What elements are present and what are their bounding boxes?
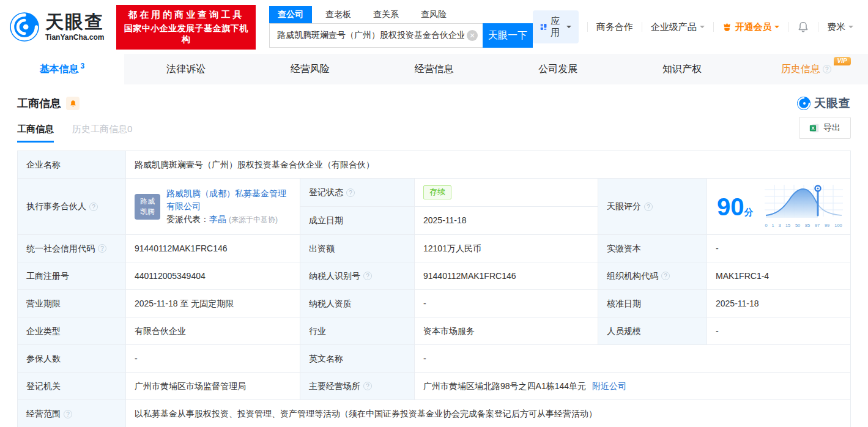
field-label-text: 主要经营场所 bbox=[309, 380, 360, 392]
vip-badge: VIP bbox=[834, 57, 851, 65]
field-value-main-premises: 广州市黄埔区埔北路98号之四A1栋144单元 附近公司 bbox=[415, 373, 850, 400]
apps-grid-icon bbox=[540, 22, 547, 32]
help-icon[interactable]: ? bbox=[363, 272, 372, 280]
help-icon[interactable]: ? bbox=[89, 202, 98, 211]
field-value-business-term: 2025-11-18 至 无固定期限 bbox=[126, 290, 300, 317]
field-value-capital: 12101万人民币 bbox=[415, 235, 598, 262]
field-label-business-term: 营业期限 bbox=[18, 290, 126, 317]
field-label-main-premises: 主要经营场所? bbox=[300, 373, 415, 400]
apps-menu[interactable]: 应用 bbox=[533, 10, 579, 43]
export-button-label: 导出 bbox=[823, 122, 840, 133]
nav-enterprise-label: 企业级产品 bbox=[651, 21, 697, 33]
partner-avatar[interactable]: 路威 凯腾 bbox=[135, 194, 160, 220]
help-icon[interactable]: ? bbox=[98, 244, 106, 253]
field-value-company-name: 路威凯腾斑斓壹号（广州）股权投资基金合伙企业（有限合伙） bbox=[126, 151, 850, 179]
help-icon[interactable]: ? bbox=[823, 65, 831, 73]
field-label-text: 执行事务合伙人 bbox=[26, 200, 86, 212]
search-submit-button[interactable]: 天眼一下 bbox=[483, 23, 533, 48]
tab-intellectual-property[interactable]: 知识产权 bbox=[620, 54, 744, 84]
help-icon[interactable]: ? bbox=[346, 188, 355, 197]
search-tab-company[interactable]: 查公司 bbox=[269, 6, 312, 23]
field-label-executive-partner: 执行事务合伙人? bbox=[18, 179, 126, 235]
field-label-registration-status: 登记状态? bbox=[300, 179, 415, 207]
divider bbox=[587, 22, 588, 32]
nearby-companies-link[interactable]: 附近公司 bbox=[592, 380, 626, 392]
tianyancha-logo[interactable]: 天眼查 TianYanCha.com bbox=[9, 11, 104, 43]
field-value-tianyan-score[interactable]: 90分 bbox=[707, 179, 850, 235]
field-label-english-name: 英文名称 bbox=[300, 345, 415, 373]
field-label-taxpayer-id: 纳税人识别号? bbox=[300, 262, 415, 290]
help-icon[interactable]: ? bbox=[644, 202, 653, 211]
business-info-table: 企业名称 路威凯腾斑斓壹号（广州）股权投资基金合伙企业（有限合伙） 执行事务合伙… bbox=[17, 150, 851, 427]
field-value-org-code: MAK1FRC1-4 bbox=[707, 262, 850, 290]
tab-operating-risk-label: 经营风险 bbox=[291, 63, 330, 76]
partner-company-link[interactable]: 路威凯腾（成都）私募基金管理有限公司 bbox=[166, 187, 294, 213]
field-value-taxpayer-id: 91440112MAK1FRC146 bbox=[415, 262, 598, 290]
search-area: 查公司 查老板 查关系 查风险 ✕ 天眼一下 bbox=[269, 6, 533, 48]
premises-address: 广州市黄埔区埔北路98号之四A1栋144单元 bbox=[423, 380, 586, 392]
tab-operating-risk[interactable]: 经营风险 bbox=[248, 54, 372, 84]
divider bbox=[713, 22, 714, 32]
delegate-label: 委派代表： bbox=[166, 214, 209, 224]
tab-history-info[interactable]: VIP 历史信息 ? bbox=[744, 54, 868, 84]
nav-open-vip[interactable]: 开通会员 bbox=[722, 21, 779, 33]
field-label-staff-size: 人员规模 bbox=[598, 317, 707, 345]
tab-business-info[interactable]: 经营信息 bbox=[372, 54, 496, 84]
delegate-line: 委派代表：李晶(来源于中基协) bbox=[166, 214, 278, 224]
export-button[interactable]: X 导出 bbox=[799, 117, 851, 139]
search-tab-boss[interactable]: 查老板 bbox=[317, 6, 360, 23]
field-value-registration-status: 存续 bbox=[415, 179, 598, 207]
field-value-staff-size: - bbox=[707, 317, 850, 345]
subtab-bar: 工商信息 历史工商信息0 X 导出 bbox=[0, 121, 868, 144]
monitor-bell-icon[interactable] bbox=[66, 97, 80, 110]
field-label-registration-number: 工商注册号 bbox=[18, 262, 126, 290]
delegate-source: (来源于中基协) bbox=[229, 215, 278, 224]
clear-search-icon[interactable]: ✕ bbox=[467, 30, 478, 41]
tab-legal[interactable]: 法律诉讼 bbox=[124, 54, 248, 84]
score-distribution-chart: 01 315 5085 9799 100 bbox=[765, 184, 844, 229]
field-label-text: 纳税人识别号 bbox=[309, 270, 360, 282]
apps-label: 应用 bbox=[551, 15, 563, 39]
field-label-registration-authority: 登记机关 bbox=[18, 373, 126, 400]
chevron-down-icon bbox=[566, 26, 571, 31]
field-value-registration-number: 440112005349404 bbox=[126, 262, 300, 290]
status-subtable: 登记状态? 存续 成立日期 2025-11-18 bbox=[300, 179, 598, 235]
help-icon[interactable]: ? bbox=[363, 382, 372, 390]
field-value-registration-authority: 广州市黄埔区市场监督管理局 bbox=[126, 373, 300, 400]
notification-bell-icon[interactable] bbox=[797, 21, 809, 33]
tab-company-development[interactable]: 公司发展 bbox=[496, 54, 620, 84]
score-value: 90分 bbox=[717, 195, 754, 219]
field-value-executive-partner: 路威 凯腾 路威凯腾（成都）私募基金管理有限公司 委派代表：李晶(来源于中基协) bbox=[126, 179, 300, 235]
subtab-business-info[interactable]: 工商信息 bbox=[17, 124, 54, 143]
tab-basic-info[interactable]: 基本信息 3 bbox=[0, 54, 124, 84]
divider bbox=[788, 22, 788, 32]
watermark-text: 天眼查 bbox=[814, 95, 851, 111]
field-label-taxpayer-qualification: 纳税人资质 bbox=[300, 290, 415, 317]
company-tab-bar: 基本信息 3 法律诉讼 经营风险 经营信息 公司发展 知识产权 VIP 历史信息… bbox=[0, 54, 868, 84]
subtab-history-business-info[interactable]: 历史工商信息0 bbox=[72, 124, 132, 143]
field-value-english-name: - bbox=[415, 345, 850, 373]
section-title: 工商信息 bbox=[17, 96, 61, 111]
tab-history-info-label: 历史信息 bbox=[781, 63, 820, 76]
watermark-logo-icon bbox=[796, 96, 811, 111]
tab-company-development-label: 公司发展 bbox=[538, 63, 577, 76]
search-tab-risk[interactable]: 查风险 bbox=[412, 6, 455, 23]
crown-icon bbox=[722, 22, 732, 32]
help-icon[interactable]: ? bbox=[64, 410, 72, 418]
nav-open-vip-label: 开通会员 bbox=[735, 21, 771, 33]
search-input[interactable] bbox=[269, 23, 483, 48]
nav-enterprise[interactable]: 企业级产品 bbox=[651, 21, 705, 33]
search-tab-relation[interactable]: 查关系 bbox=[365, 6, 407, 23]
tab-legal-label: 法律诉讼 bbox=[166, 63, 206, 76]
delegate-name-link[interactable]: 李晶 bbox=[209, 214, 226, 224]
field-label-capital: 出资额 bbox=[300, 235, 415, 262]
field-label-text: 登记状态 bbox=[309, 186, 343, 198]
field-label-org-code: 组织机构代码? bbox=[598, 262, 707, 290]
nav-cooperation[interactable]: 商务合作 bbox=[596, 21, 633, 33]
field-label-uscc: 统一社会信用代码? bbox=[18, 235, 126, 262]
field-label-established-date: 成立日期 bbox=[300, 207, 415, 234]
help-icon[interactable]: ? bbox=[661, 272, 670, 280]
divider bbox=[642, 22, 642, 32]
brand-domain: TianYanCha.com bbox=[45, 34, 104, 41]
user-menu[interactable]: 费米 bbox=[827, 21, 853, 33]
